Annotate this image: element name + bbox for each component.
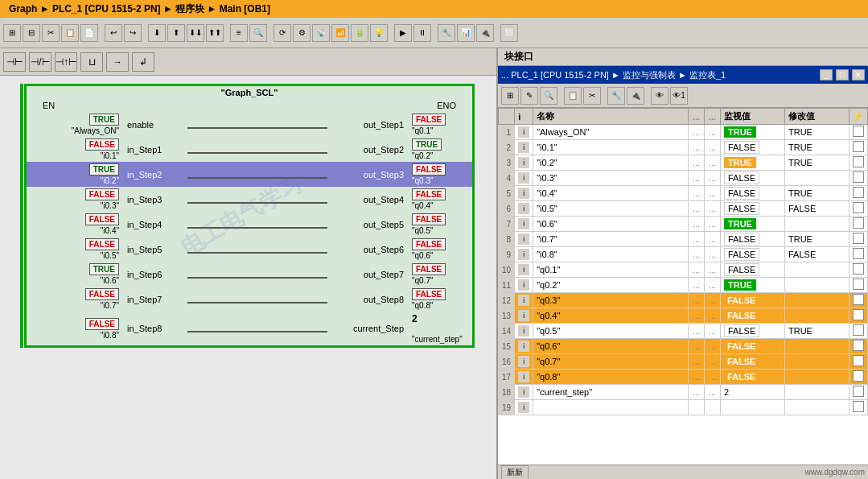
checkbox-icon[interactable] — [853, 294, 864, 305]
checkbox-icon[interactable] — [853, 156, 864, 167]
tb-btn-11[interactable]: ⬆⬆ — [206, 24, 224, 42]
row-checkbox[interactable] — [849, 125, 868, 140]
tb-btn-22[interactable]: 🔧 — [438, 24, 455, 42]
checkbox-icon[interactable] — [853, 324, 864, 336]
row-checkbox[interactable] — [849, 293, 868, 308]
tb-btn-3[interactable]: ✂ — [42, 24, 60, 42]
row-checkbox[interactable] — [849, 232, 868, 247]
checkbox-icon[interactable] — [853, 309, 864, 320]
ladder-btn-return[interactable]: ↲ — [132, 52, 154, 72]
watch-tb-btn-5[interactable]: ✂ — [583, 87, 601, 105]
checkbox-icon[interactable] — [853, 340, 864, 351]
table-row[interactable]: 2i"i0.1"......FALSETRUE — [499, 140, 868, 155]
add-row-button[interactable]: 新新 — [501, 465, 529, 480]
close-button[interactable]: ✕ — [852, 69, 865, 81]
tb-btn-25[interactable]: ⬜ — [500, 24, 518, 42]
tb-btn-9[interactable]: ⬆ — [167, 24, 185, 42]
tb-btn-24[interactable]: 🔌 — [476, 24, 494, 42]
table-row[interactable]: 5i"i0.4"......FALSETRUE — [499, 186, 868, 201]
watch-tb-btn-9[interactable]: 👁1 — [670, 87, 688, 105]
watch-table-container[interactable]: i 名称 ... ... 监视值 — [498, 108, 868, 465]
ladder-btn-contact-no[interactable]: ⊣⊢ — [3, 52, 26, 72]
table-row[interactable]: 7i"i0.6"......TRUE — [499, 217, 868, 232]
row-checkbox[interactable] — [849, 339, 868, 354]
tb-btn-19[interactable]: 💡 — [370, 24, 388, 42]
row-checkbox[interactable] — [849, 201, 868, 217]
ladder-btn-contact-p[interactable]: ⊣↑⊢ — [55, 52, 77, 72]
minimize-button[interactable]: _ — [820, 69, 833, 81]
tb-btn-7[interactable]: ↪ — [124, 24, 142, 42]
tb-btn-23[interactable]: 📊 — [457, 24, 475, 42]
checkbox-icon[interactable] — [853, 126, 864, 137]
tb-btn-13[interactable]: 🔍 — [249, 24, 267, 42]
table-row[interactable]: 12i"q0.3"......FALSE — [499, 293, 868, 308]
tb-btn-16[interactable]: 📡 — [312, 24, 330, 42]
maximize-button[interactable]: □ — [836, 69, 849, 81]
watch-tb-btn-4[interactable]: 📋 — [564, 87, 582, 105]
row-checkbox[interactable] — [849, 400, 868, 415]
row-checkbox[interactable] — [849, 385, 868, 400]
table-row[interactable]: 11i"q0.2"......TRUE — [499, 278, 868, 293]
watch-tb-btn-6[interactable]: 🔧 — [607, 87, 625, 105]
row-checkbox[interactable] — [849, 308, 868, 324]
ladder-btn-contact-nc[interactable]: ⊣/⊢ — [29, 52, 51, 72]
ladder-btn-coil[interactable]: → — [106, 52, 129, 72]
checkbox-icon[interactable] — [853, 263, 864, 275]
row-checkbox[interactable] — [849, 262, 868, 278]
checkbox-icon[interactable] — [853, 187, 864, 198]
row-checkbox[interactable] — [849, 247, 868, 262]
table-row[interactable]: 17i"q0.8"......FALSE — [499, 370, 868, 385]
tb-btn-12[interactable]: ≡ — [230, 24, 248, 42]
tb-btn-6[interactable]: ↩ — [105, 24, 122, 42]
row-checkbox[interactable] — [849, 186, 868, 201]
checkbox-icon[interactable] — [853, 233, 864, 244]
table-row[interactable]: 1i"Always_ON"......TRUETRUE — [499, 125, 868, 140]
checkbox-icon[interactable] — [853, 248, 864, 259]
table-row[interactable]: 14i"q0.5"......FALSETRUE — [499, 324, 868, 339]
tb-btn-18[interactable]: 🔋 — [351, 24, 368, 42]
table-row[interactable]: 9i"i0.8"......FALSEFALSE — [499, 247, 868, 262]
watch-tb-btn-7[interactable]: 🔌 — [627, 87, 644, 105]
table-row[interactable]: 4i"i0.3"......FALSE — [499, 171, 868, 186]
table-row[interactable]: 19i — [499, 400, 868, 415]
tb-btn-14[interactable]: ⟳ — [274, 24, 291, 42]
row-checkbox[interactable] — [849, 354, 868, 370]
row-checkbox[interactable] — [849, 155, 868, 171]
checkbox-icon[interactable] — [853, 386, 864, 397]
tb-btn-5[interactable]: 📄 — [80, 24, 98, 42]
row-checkbox[interactable] — [849, 278, 868, 293]
checkbox-icon[interactable] — [853, 141, 864, 152]
table-row[interactable]: 10i"q0.1"......FALSE — [499, 262, 868, 278]
table-row[interactable]: 3i"i0.2"......TRUETRUE — [499, 155, 868, 171]
tb-btn-20[interactable]: ▶ — [394, 24, 412, 42]
watch-tb-btn-1[interactable]: ⊞ — [501, 87, 519, 105]
table-row[interactable]: 13i"q0.4"......FALSE — [499, 308, 868, 324]
tb-btn-8[interactable]: ⬇ — [148, 24, 166, 42]
tb-btn-4[interactable]: 📋 — [61, 24, 79, 42]
row-checkbox[interactable] — [849, 171, 868, 186]
tb-btn-1[interactable]: ⊞ — [3, 24, 21, 42]
table-row[interactable]: 15i"q0.6"......FALSE — [499, 339, 868, 354]
tb-btn-17[interactable]: 📶 — [331, 24, 349, 42]
tb-btn-2[interactable]: ⊟ — [23, 24, 40, 42]
checkbox-icon[interactable] — [853, 171, 864, 183]
tb-btn-15[interactable]: ⚙ — [293, 24, 311, 42]
row-checkbox[interactable] — [849, 217, 868, 232]
table-row[interactable]: 8i"i0.7"......FALSETRUE — [499, 232, 868, 247]
table-row[interactable]: 18i"current_step"......2 — [499, 385, 868, 400]
row-checkbox[interactable] — [849, 370, 868, 385]
checkbox-icon[interactable] — [853, 355, 864, 366]
ladder-btn-branch[interactable]: ⊔ — [80, 52, 103, 72]
table-row[interactable]: 6i"i0.5"......FALSEFALSE — [499, 201, 868, 217]
tb-btn-10[interactable]: ⬇⬇ — [187, 24, 204, 42]
checkbox-icon[interactable] — [853, 202, 864, 213]
table-row[interactable]: 16i"q0.7"......FALSE — [499, 354, 868, 370]
row-checkbox[interactable] — [849, 140, 868, 155]
checkbox-icon[interactable] — [853, 279, 864, 290]
checkbox-icon[interactable] — [853, 217, 864, 229]
row-checkbox[interactable] — [849, 324, 868, 339]
watch-tb-btn-3[interactable]: 🔍 — [540, 87, 557, 105]
checkbox-icon[interactable] — [853, 370, 864, 382]
ladder-content[interactable]: "Graph_SCL" EN ENO TRUE "Always_ON" enab… — [0, 76, 496, 479]
tb-btn-21[interactable]: ⏸ — [413, 24, 431, 42]
